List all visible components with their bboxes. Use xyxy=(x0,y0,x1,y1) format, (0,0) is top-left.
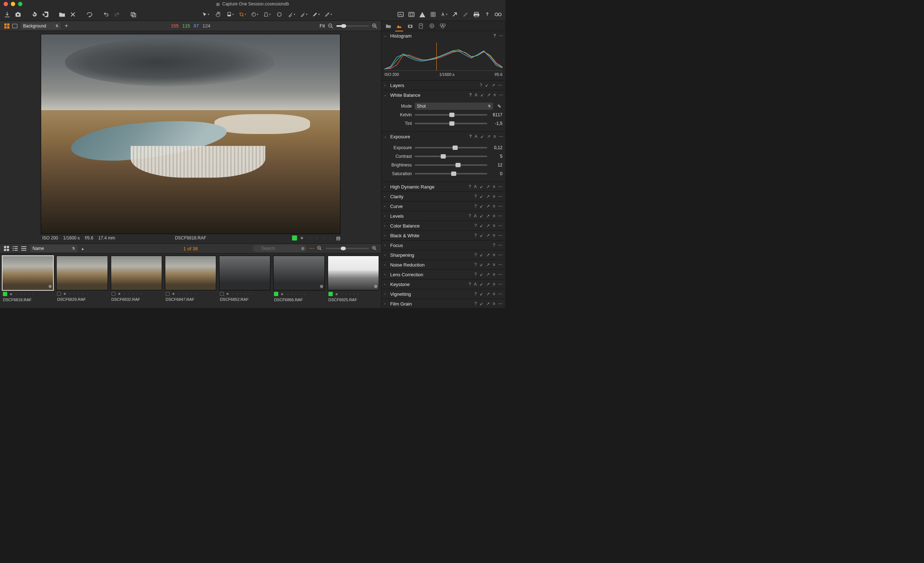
panel-apply-icon[interactable]: ↗ xyxy=(487,134,490,139)
panel-head-exposure[interactable]: ⌵ Exposure ? A ↙ ↗ ≡ ⋯ xyxy=(381,132,506,141)
grid-view-icon[interactable] xyxy=(4,246,9,251)
panel-action-icon[interactable]: ↙ xyxy=(480,282,483,287)
thumbnail-rating[interactable]: ★ · · · · · xyxy=(172,292,197,296)
select-checkbox[interactable] xyxy=(220,292,224,296)
color-tag-green[interactable] xyxy=(328,292,333,296)
panel-action-icon[interactable]: ↙ xyxy=(480,194,483,199)
panel-action-icon[interactable]: ↗ xyxy=(486,194,490,199)
color-tag-green[interactable] xyxy=(3,292,7,296)
panel-action-icon[interactable]: ? xyxy=(474,194,477,199)
panel-action-icon[interactable]: ≡ xyxy=(493,194,495,199)
heal-brush-icon[interactable]: ▾ xyxy=(288,11,295,18)
adjustments-tab-icon[interactable] xyxy=(418,23,424,29)
spot-tool-icon[interactable] xyxy=(276,11,283,18)
capture-tab-icon[interactable] xyxy=(407,23,413,29)
panel-copy-icon[interactable]: ↙ xyxy=(480,92,484,98)
zoom-out-icon[interactable] xyxy=(328,23,333,29)
panel-action-icon[interactable]: ↗ xyxy=(486,301,490,306)
metadata-icon[interactable]: ▤ xyxy=(336,236,340,241)
list-view-icon[interactable] xyxy=(12,246,18,251)
draw-mask-icon[interactable]: ▾ xyxy=(313,11,320,18)
gear-icon[interactable]: ⚙ xyxy=(374,284,378,289)
capture-icon[interactable] xyxy=(14,11,22,18)
thumbnail[interactable]: ⚙★ · · · · ·DSCF6925.RAF xyxy=(328,256,379,306)
panel-action-icon[interactable]: ? xyxy=(474,252,477,257)
panel-action-icon[interactable]: ↙ xyxy=(480,262,483,267)
thumbnail-rating[interactable]: ★ · · · · · xyxy=(335,292,360,296)
panel-action-icon[interactable]: ↙ xyxy=(480,272,483,277)
panel-action-icon[interactable]: ↙ xyxy=(480,233,483,238)
reset-icon[interactable] xyxy=(86,11,93,18)
thumbnail-image[interactable]: ⚙ xyxy=(273,256,324,290)
search-input[interactable] xyxy=(253,245,307,252)
panel-action-icon[interactable]: ? xyxy=(474,262,477,267)
panel-action-icon[interactable]: ≡ xyxy=(493,291,495,296)
thumbnail[interactable]: ★ · · · · ·DSCF6832.RAF xyxy=(111,256,162,306)
undo-icon[interactable] xyxy=(102,11,110,18)
delete-icon[interactable] xyxy=(69,11,76,18)
exposure-tab-icon[interactable] xyxy=(396,23,402,29)
thumb-zoom-slider[interactable] xyxy=(326,248,369,249)
rotate-cw-icon[interactable] xyxy=(42,11,49,18)
zoom-fit-label[interactable]: Fit xyxy=(320,23,325,29)
select-checkbox[interactable] xyxy=(57,292,61,296)
panel-action-icon[interactable]: ↗ xyxy=(486,282,490,287)
panel-action-icon[interactable]: ? xyxy=(468,184,471,189)
rating-stars[interactable]: ★ · · · · xyxy=(300,236,333,240)
color-tag-green[interactable] xyxy=(274,292,278,296)
slider-brightness[interactable] xyxy=(415,164,487,166)
focus-mask-icon[interactable] xyxy=(408,11,415,18)
tint-value[interactable]: -1,5 xyxy=(490,121,502,126)
warning-icon[interactable] xyxy=(418,11,426,18)
panel-action-icon[interactable]: ↗ xyxy=(486,262,490,267)
panel-action-icon[interactable]: ≡ xyxy=(493,223,495,228)
single-view-button[interactable] xyxy=(12,23,18,29)
thumbnail[interactable]: ⚙★ · · · · ·DSCF6866.RAF xyxy=(273,256,324,306)
help-icon[interactable] xyxy=(484,11,491,18)
picker-tool-icon[interactable]: ▾ xyxy=(300,11,308,18)
panel-action-icon[interactable]: ↙ xyxy=(480,252,483,257)
panel-action-icon[interactable]: ? xyxy=(474,204,477,209)
panel-action-icon[interactable]: A xyxy=(474,213,477,218)
panel-action-icon[interactable]: ≡ xyxy=(493,213,495,218)
panel-action-icon[interactable]: A xyxy=(474,282,477,287)
crop-tool-icon[interactable]: ▾ xyxy=(239,11,246,18)
gear-icon[interactable]: ⚙ xyxy=(320,284,323,289)
panel-action-icon[interactable]: ↗ xyxy=(486,204,490,209)
thumbnail-rating[interactable]: ★ · · · · · xyxy=(63,292,88,296)
panel-action-icon[interactable]: ⋯ xyxy=(498,83,502,88)
panel-head-histogram[interactable]: ⌵ Histogram ?⋯ xyxy=(381,31,506,41)
thumbnail-image[interactable] xyxy=(165,256,216,290)
panel-action-icon[interactable]: ↗ xyxy=(486,291,490,296)
panel-action-icon[interactable]: ≡ xyxy=(493,301,495,306)
layer-select[interactable]: Background ⇅ xyxy=(21,23,61,30)
straighten-tool-icon[interactable]: ▾ xyxy=(251,11,258,18)
panel-head[interactable]: ›Black & White?↙↗≡⋯ xyxy=(381,231,506,240)
panel-preset-icon[interactable]: ≡ xyxy=(494,134,496,139)
copy-variant-icon[interactable] xyxy=(130,11,137,18)
panel-action-icon[interactable]: ⋯ xyxy=(498,223,502,228)
slider-exposure[interactable] xyxy=(415,147,487,149)
panel-action-icon[interactable]: ↙ xyxy=(480,184,483,189)
panel-action-icon[interactable]: ↙ xyxy=(485,83,489,88)
thumbnail-image[interactable] xyxy=(56,256,108,290)
panel-action-icon[interactable]: ⋯ xyxy=(498,243,502,248)
export-icon[interactable] xyxy=(451,11,458,18)
keystone-tool-icon[interactable]: ▾ xyxy=(264,11,271,18)
gear-icon[interactable]: ⚙ xyxy=(48,284,52,289)
panel-head[interactable]: ›Sharpening?↙↗≡⋯ xyxy=(381,250,506,260)
thumbnail-rating[interactable]: ★ · · · · · xyxy=(226,292,251,296)
panel-action-icon[interactable]: ? xyxy=(474,223,477,228)
panel-action-icon[interactable]: ↙ xyxy=(480,291,483,296)
panel-action-icon[interactable]: ↙ xyxy=(480,223,483,228)
panel-action-icon[interactable]: ≡ xyxy=(493,272,495,277)
panel-action-icon[interactable]: ↙ xyxy=(480,213,483,218)
slider-value[interactable]: 12 xyxy=(490,162,502,168)
panel-action-icon[interactable]: ↗ xyxy=(486,213,490,218)
thumbnail-image[interactable] xyxy=(111,256,162,290)
panel-head[interactable]: ›Focus?⋯ xyxy=(381,240,506,250)
edit-icon[interactable] xyxy=(462,11,469,18)
select-tool-icon[interactable]: ▾ xyxy=(202,11,209,18)
sort-direction-button[interactable]: ▲ xyxy=(81,247,84,251)
loupe-tool-icon[interactable]: ▾ xyxy=(226,11,234,18)
